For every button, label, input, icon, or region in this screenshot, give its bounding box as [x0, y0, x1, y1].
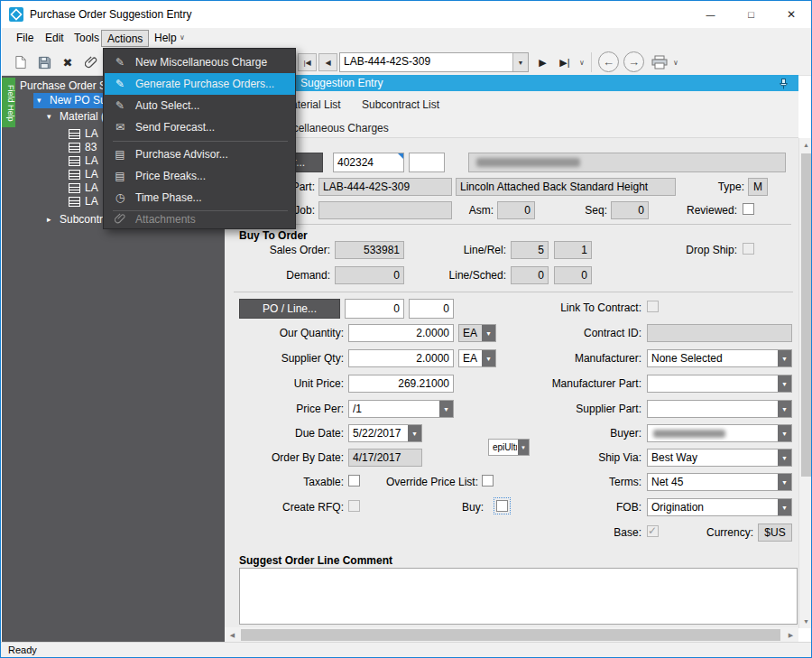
maximize-button[interactable]: □	[731, 2, 771, 27]
tree-leaf-material-3[interactable]: LA	[85, 154, 98, 168]
tree-leaf-material-5[interactable]: LA	[85, 181, 98, 195]
menu-item-new-misc-charge[interactable]: ✎ New Miscellaneous Charge	[105, 51, 295, 73]
close-button[interactable]: ✕	[770, 2, 812, 27]
material-item-icon	[69, 156, 80, 166]
menu-item-auto-select[interactable]: ✎ Auto Select...	[105, 95, 295, 116]
delete-button[interactable]: ✖	[58, 52, 78, 72]
supplier-name-field	[468, 153, 786, 172]
tree-leaf-material-4[interactable]: LA	[85, 168, 98, 181]
chevron-down-icon[interactable]: ▼	[778, 350, 791, 366]
chevron-down-icon[interactable]: ▼	[408, 425, 421, 441]
reviewed-checkbox[interactable]	[743, 203, 754, 215]
menu-actions[interactable]: Actions	[101, 30, 149, 47]
record-combo-dropdown[interactable]: ▼	[512, 53, 528, 71]
tree-node-material[interactable]: Material (	[60, 110, 105, 124]
first-record-button[interactable]: |◀	[298, 53, 317, 71]
previous-record-button[interactable]: ◀	[318, 53, 337, 71]
title-bar: Purchase Order Suggestion Entry — □ ✕	[1, 1, 811, 28]
scroll-down-button[interactable]: ▼	[799, 615, 812, 628]
our-quantity-field[interactable]: 2.0000	[348, 324, 454, 342]
terms-combo[interactable]: Net 45 ▼	[647, 473, 792, 491]
chevron-down-icon[interactable]: ▼	[482, 325, 495, 341]
taxable-checkbox[interactable]	[348, 475, 360, 487]
manufacturer-combo[interactable]: None Selected ▼	[647, 349, 792, 367]
chevron-down-icon[interactable]: ▼	[778, 375, 791, 392]
vertical-scrollbar[interactable]: ▲ ▼	[798, 138, 812, 628]
tree-expander-icon[interactable]: ▾	[37, 94, 42, 107]
panel-header-title: Suggestion Entry	[300, 75, 383, 91]
fob-combo[interactable]: Origination ▼	[647, 498, 792, 516]
toolbar-overflow-chevron-icon: ∨	[673, 59, 678, 67]
tree-leaf-material-1[interactable]: LA	[85, 127, 98, 141]
scroll-up-button[interactable]: ▲	[799, 138, 812, 152]
scroll-left-button[interactable]: ◀	[225, 627, 240, 643]
tree-collapsed-icon[interactable]: ▸	[47, 213, 51, 227]
price-per-combo[interactable]: /1 ▼	[348, 400, 454, 418]
chevron-down-icon[interactable]: ▼	[778, 499, 791, 515]
supplier-id-field[interactable]: 402324	[333, 153, 404, 172]
close-icon: ✕	[787, 8, 796, 21]
due-date-label: Due Date:	[254, 426, 344, 440]
menu-item-generate-purchase-orders[interactable]: ✎ Generate Purchase Orders...	[105, 73, 295, 95]
menu-edit[interactable]: Edit	[40, 30, 69, 47]
horizontal-scroll-thumb[interactable]	[241, 629, 780, 641]
menu-tools[interactable]: Tools	[69, 30, 105, 47]
dropdown-glyph: ▼	[781, 356, 788, 362]
tree-leaf-material-2[interactable]: 83	[85, 141, 97, 154]
our-uom-combo[interactable]: EA ▼	[458, 324, 496, 342]
po-line-field[interactable]: 0	[409, 299, 454, 319]
chevron-down-icon[interactable]: ▼	[482, 350, 495, 366]
record-combo[interactable]: LAB-444-42S-309 ▼	[339, 52, 529, 72]
due-date-picker[interactable]: 5/22/2017 ▼	[348, 424, 422, 442]
menu-item-purchase-advisor[interactable]: ▤ Purchase Advisor...	[105, 144, 295, 165]
save-button[interactable]	[34, 52, 54, 72]
unit-price-field[interactable]: 269.21000	[348, 375, 454, 393]
tree-node-subcontract[interactable]: Subcontra	[60, 213, 109, 227]
scroll-right-button[interactable]: ▶	[783, 627, 798, 643]
field-help-tab[interactable]: Field Help	[2, 78, 15, 127]
print-button[interactable]	[650, 53, 669, 71]
manufacturer-label: Manufacturer:	[551, 351, 641, 366]
ship-via-combo[interactable]: Best Way ▼	[647, 449, 792, 467]
chevron-down-icon[interactable]: ▼	[439, 401, 453, 417]
chevron-down-icon[interactable]: ▼	[518, 440, 529, 455]
supplier-part-combo[interactable]: ▼	[647, 400, 792, 418]
vertical-scroll-thumb[interactable]	[801, 153, 811, 477]
chevron-down-icon[interactable]: ▼	[778, 401, 791, 417]
new-document-button[interactable]	[11, 52, 31, 72]
tab-subcontract-list[interactable]: Subcontract List	[362, 97, 439, 113]
tree-expander-icon[interactable]: ▾	[47, 110, 51, 124]
po-number-field[interactable]: 0	[345, 299, 404, 319]
drop-ship-label: Drop Ship:	[663, 243, 737, 257]
window-title: Purchase Order Suggestion Entry	[30, 8, 191, 21]
attachment-button[interactable]	[81, 52, 101, 72]
print-icon	[651, 55, 668, 70]
floating-combo[interactable]: epiUltr ▼	[488, 439, 530, 456]
supplier-uom-combo[interactable]: EA ▼	[458, 349, 496, 367]
menu-item-price-breaks[interactable]: ▤ Price Breaks...	[105, 165, 295, 187]
manufacturer-part-combo[interactable]: ▼	[647, 375, 792, 393]
minimize-button[interactable]: —	[690, 2, 731, 27]
scroll-up-icon: ▲	[803, 142, 809, 148]
override-price-list-checkbox[interactable]	[482, 475, 494, 487]
menu-item-send-forecast[interactable]: ✉ Send Forecast...	[105, 116, 295, 138]
tree-leaf-material-6[interactable]: LA	[85, 195, 98, 209]
chevron-down-icon[interactable]: ▼	[778, 425, 791, 441]
comment-textarea[interactable]	[239, 568, 798, 625]
buyer-combo[interactable]: ▼	[647, 424, 792, 442]
chevron-down-icon[interactable]: ▼	[778, 449, 791, 466]
menu-file[interactable]: File	[11, 30, 39, 47]
supplier-qty-field[interactable]: 2.0000	[348, 349, 454, 367]
supplier-pp-field[interactable]	[409, 153, 445, 172]
next-record-button[interactable]: ▶	[533, 53, 552, 71]
buy-checkbox[interactable]	[496, 500, 508, 512]
forward-button[interactable]: →	[623, 51, 644, 72]
horizontal-scrollbar[interactable]: ◀ ▶	[225, 627, 798, 643]
last-record-button[interactable]: ▶|	[553, 53, 577, 71]
menu-help[interactable]: Help	[149, 30, 182, 47]
chevron-down-icon[interactable]: ▼	[778, 474, 791, 490]
po-line-button[interactable]: PO / Line...	[239, 299, 340, 319]
back-button[interactable]: ←	[598, 51, 619, 72]
field-changed-marker	[398, 153, 403, 159]
menu-item-time-phase[interactable]: ◷ Time Phase...	[105, 187, 295, 209]
